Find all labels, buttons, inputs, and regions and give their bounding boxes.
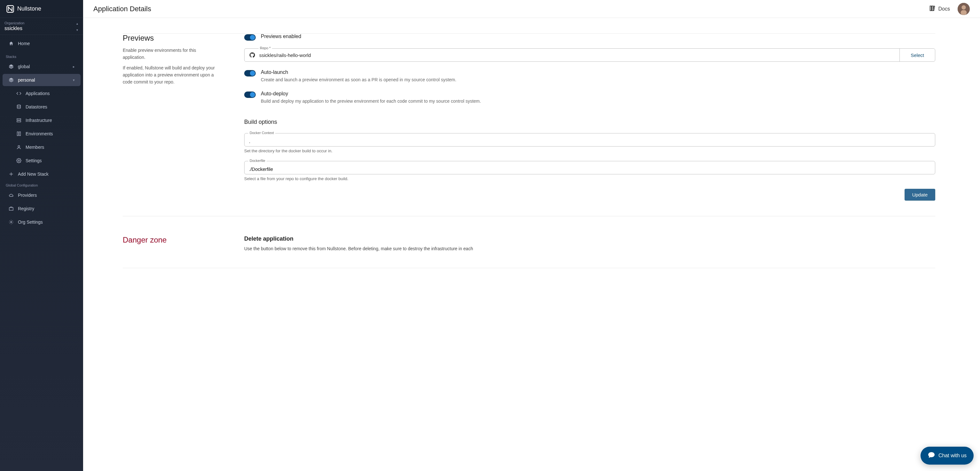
auto-deploy-row: Auto-deploy Build and deploy my applicat… xyxy=(244,91,935,105)
repo-select-button[interactable]: Select xyxy=(899,49,935,61)
auto-launch-row: Auto-launch Create and launch a preview … xyxy=(244,69,935,83)
subnav-applications-label: Applications xyxy=(25,91,50,96)
sidebar: Nullstone Organization ssickles ▴ ▾ Home… xyxy=(0,0,83,471)
chevron-up-icon: ▴ xyxy=(76,22,78,25)
svg-rect-12 xyxy=(961,10,967,15)
nullstone-logo-icon xyxy=(6,5,15,13)
previews-desc2: If enabled, Nullstone will build and dep… xyxy=(123,65,219,85)
nav-providers[interactable]: Providers xyxy=(3,189,81,201)
subnav-datastores[interactable]: Datastores xyxy=(3,101,81,113)
chevron-down-icon: ▾ xyxy=(73,78,75,82)
chat-bubble-icon xyxy=(928,451,935,460)
previews-enabled-toggle[interactable] xyxy=(244,34,256,41)
build-options-heading: Build options xyxy=(244,119,935,125)
gear-icon xyxy=(16,158,22,163)
subnav-environments[interactable]: Environments xyxy=(3,128,81,140)
svg-rect-8 xyxy=(9,208,13,211)
infrastructure-icon xyxy=(16,117,22,123)
brand-name: Nullstone xyxy=(17,5,41,12)
user-avatar[interactable] xyxy=(958,3,970,15)
chevron-right-icon: ▸ xyxy=(73,65,75,69)
layers-icon xyxy=(8,77,14,83)
plus-icon xyxy=(8,171,14,177)
stacks-heading: Stacks xyxy=(0,52,83,60)
subnav-infrastructure-label: Infrastructure xyxy=(25,118,52,123)
nav-providers-label: Providers xyxy=(18,193,37,198)
auto-launch-desc: Create and launch a preview environment … xyxy=(261,77,457,83)
dockerfile-help: Select a file from your repo to configur… xyxy=(244,176,935,181)
docker-context-field: Docker Context xyxy=(244,133,935,147)
docs-label: Docs xyxy=(939,6,950,12)
repo-float-label: Repo * xyxy=(259,46,272,50)
svg-point-11 xyxy=(961,5,966,9)
delete-application-desc: Use the button below to remove this from… xyxy=(244,246,935,252)
books-icon xyxy=(929,5,936,13)
nav-org-settings[interactable]: Org Settings xyxy=(3,216,81,228)
main-content: Application Details Docs Previews Enable… xyxy=(83,0,980,471)
previews-desc1: Enable preview environments for this app… xyxy=(123,47,219,61)
cloud-icon xyxy=(8,192,14,198)
dockerfile-input[interactable] xyxy=(245,161,935,174)
nav-org-settings-label: Org Settings xyxy=(18,219,43,225)
subnav-datastores-label: Datastores xyxy=(25,104,47,109)
registry-icon xyxy=(8,206,14,211)
brand-logo[interactable]: Nullstone xyxy=(0,0,83,18)
user-icon xyxy=(16,144,22,150)
danger-zone-title: Danger zone xyxy=(123,235,219,244)
nav-stack-personal[interactable]: personal ▾ xyxy=(3,74,81,86)
previews-title: Previews xyxy=(123,34,219,43)
nav-registry-label: Registry xyxy=(18,206,34,211)
nav-home-label: Home xyxy=(18,41,30,46)
environments-icon xyxy=(16,131,22,137)
subnav-applications[interactable]: Applications xyxy=(3,87,81,99)
svg-rect-2 xyxy=(17,119,21,120)
home-icon xyxy=(8,41,14,46)
global-config-heading: Global Configuration xyxy=(0,181,83,188)
page-title: Application Details xyxy=(93,5,151,13)
dockerfile-label: Dockerfile xyxy=(248,159,267,163)
chat-widget[interactable]: Chat with us xyxy=(921,447,974,465)
topbar: Application Details Docs xyxy=(83,0,980,18)
docker-context-input[interactable] xyxy=(245,133,935,146)
auto-deploy-toggle[interactable] xyxy=(244,91,256,98)
auto-launch-title: Auto-launch xyxy=(261,69,457,75)
docker-context-help: Set the directory for the docker build t… xyxy=(244,148,935,153)
delete-application-title: Delete application xyxy=(244,235,935,242)
auto-deploy-desc: Build and deploy my application to the p… xyxy=(261,98,481,105)
github-icon xyxy=(249,52,255,58)
nav-stack-personal-label: personal xyxy=(18,77,35,83)
auto-deploy-title: Auto-deploy xyxy=(261,91,481,97)
chat-widget-label: Chat with us xyxy=(939,453,967,458)
svg-point-6 xyxy=(18,145,19,147)
dockerfile-field: Dockerfile xyxy=(244,161,935,174)
svg-rect-5 xyxy=(19,132,21,136)
svg-point-1 xyxy=(17,105,21,106)
repo-value: ssickles/rails-hello-world xyxy=(259,53,311,58)
docs-link[interactable]: Docs xyxy=(929,5,950,13)
update-button[interactable]: Update xyxy=(905,189,935,201)
nav-add-stack[interactable]: Add New Stack xyxy=(3,168,81,180)
subnav-members-label: Members xyxy=(25,145,44,150)
svg-rect-3 xyxy=(17,121,21,122)
subnav-infrastructure[interactable]: Infrastructure xyxy=(3,114,81,126)
repo-field: Repo * ssickles/rails-hello-world Select xyxy=(244,48,935,62)
nav-stack-global[interactable]: global ▸ xyxy=(3,61,81,73)
svg-point-7 xyxy=(18,160,19,161)
org-picker[interactable]: Organization ssickles ▴ ▾ xyxy=(0,18,83,35)
docker-context-label: Docker Context xyxy=(248,131,275,135)
code-icon xyxy=(16,91,22,96)
subnav-members[interactable]: Members xyxy=(3,141,81,153)
svg-rect-4 xyxy=(17,132,19,136)
chevron-down-icon: ▾ xyxy=(76,28,78,32)
gear-icon xyxy=(8,219,14,225)
auto-launch-toggle[interactable] xyxy=(244,70,256,77)
nav-home[interactable]: Home xyxy=(3,37,81,49)
previews-enabled-row: Previews enabled xyxy=(244,34,935,41)
previews-enabled-label: Previews enabled xyxy=(261,34,301,39)
danger-zone-section: Danger zone Delete application Use the b… xyxy=(123,216,935,268)
subnav-settings[interactable]: Settings xyxy=(3,155,81,167)
subnav-settings-label: Settings xyxy=(25,158,42,163)
org-picker-label: Organization xyxy=(5,21,79,25)
subnav-environments-label: Environments xyxy=(25,131,53,136)
nav-registry[interactable]: Registry xyxy=(3,203,81,215)
